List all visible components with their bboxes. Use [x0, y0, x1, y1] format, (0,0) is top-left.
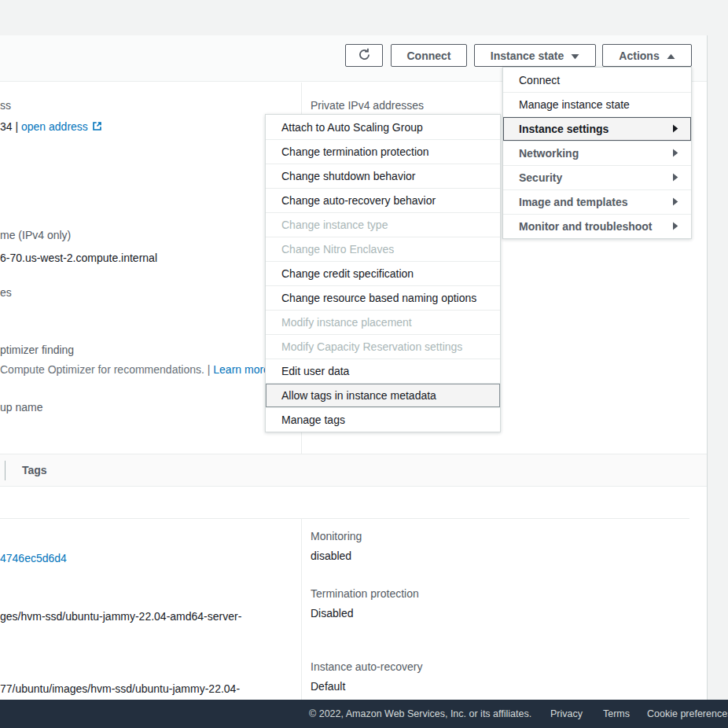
submenu-arrow-icon	[672, 220, 678, 233]
page-top-strip	[0, 0, 728, 35]
submenu-arrow-icon	[672, 147, 678, 160]
footer-cookie-preferences-link[interactable]: Cookie preferences	[647, 708, 728, 719]
submenu-arrow-icon	[672, 123, 678, 135]
submenu-item-change-auto-recovery-behavior[interactable]: Change auto-recovery behavior	[266, 188, 500, 212]
optimizer-text: Compute Optimizer for recommendations. |	[0, 363, 213, 376]
menu-item-label: Modify Capacity Reservation settings	[281, 340, 462, 353]
submenu-item-modify-capacity-reservation-settings: Modify Capacity Reservation settings	[266, 334, 500, 358]
submenu-item-change-termination-protection[interactable]: Change termination protection	[266, 139, 500, 164]
compute-optimizer-finding-label: ptimizer finding	[0, 343, 74, 357]
public-ipv4-address-label: ss	[0, 98, 11, 112]
instance-state-button[interactable]: Instance state	[474, 44, 596, 67]
menu-item-label: Change credit specification	[281, 267, 414, 280]
menu-item-label: Change Nitro Enclaves	[281, 243, 394, 256]
ami-id-link[interactable]: 4746ec5d6d4	[0, 551, 67, 565]
termination-protection-value: Disabled	[311, 606, 353, 620]
menu-item-security[interactable]: Security	[503, 165, 691, 189]
instance-auto-recovery-label: Instance auto-recovery	[311, 660, 422, 674]
menu-item-manage-instance-state[interactable]: Manage instance state	[503, 92, 691, 116]
menu-item-monitor-and-troubleshoot[interactable]: Monitor and troubleshoot	[503, 214, 691, 238]
tab-bar	[0, 454, 707, 487]
menu-item-label: Change instance type	[281, 219, 388, 231]
chevron-up-icon	[667, 50, 675, 62]
group-name-label: up name	[0, 400, 42, 414]
submenu-item-change-instance-type: Change instance type	[266, 212, 500, 237]
submenu-item-edit-user-data[interactable]: Edit user data	[266, 358, 500, 383]
submenu-arrow-icon	[672, 196, 678, 208]
instance-state-button-label: Instance state	[491, 50, 564, 62]
private-ipv4-addresses-label: Private IPv4 addresses	[311, 98, 424, 112]
menu-item-label: Instance settings	[519, 123, 609, 135]
learn-more-link[interactable]: Learn more	[213, 363, 270, 376]
menu-item-label: Change shutdown behavior	[281, 170, 415, 182]
submenu-item-change-nitro-enclaves: Change Nitro Enclaves	[266, 237, 500, 261]
ami-name-value: ges/hvm-ssd/ubuntu-jammy-22.04-amd64-ser…	[0, 609, 241, 623]
monitoring-value: disabled	[311, 549, 351, 563]
private-ip-dns-name-value: 6-70.us-west-2.compute.internal	[0, 251, 157, 265]
ipv6-addresses-label: es	[0, 285, 12, 300]
external-link-icon	[92, 120, 102, 134]
menu-item-label: Modify instance placement	[281, 316, 412, 329]
menu-item-instance-settings[interactable]: Instance settings	[503, 116, 691, 141]
menu-item-label: Manage tags	[281, 414, 345, 426]
chevron-down-icon	[571, 50, 579, 62]
menu-item-label: Manage instance state	[519, 98, 630, 111]
submenu-arrow-icon	[672, 171, 678, 184]
menu-item-label: Image and templates	[519, 196, 628, 208]
instance-auto-recovery-value: Default	[311, 679, 345, 693]
menu-item-networking[interactable]: Networking	[503, 141, 691, 165]
menu-item-label: Change auto-recovery behavior	[281, 194, 436, 207]
page-right-gutter	[707, 35, 728, 700]
menu-item-label: Attach to Auto Scaling Group	[281, 121, 423, 134]
ami-location-value: 77/ubuntu/images/hvm-ssd/ubuntu-jammy-22…	[0, 682, 240, 696]
details-section-top-border	[0, 518, 689, 519]
connect-button[interactable]: Connect	[391, 44, 467, 67]
menu-item-label: Monitor and troubleshoot	[519, 220, 653, 233]
menu-item-label: Change resource based naming options	[281, 292, 476, 304]
submenu-item-change-resource-based-naming-options[interactable]: Change resource based naming options	[266, 285, 500, 310]
public-ipv4-address-value: 34 | open address	[0, 119, 102, 134]
menu-item-label: Edit user data	[281, 365, 349, 377]
menu-item-label: Networking	[519, 147, 579, 160]
actions-button[interactable]: Actions	[602, 44, 692, 67]
submenu-item-attach-to-auto-scaling-group[interactable]: Attach to Auto Scaling Group	[266, 115, 500, 139]
console-footer: © 2022, Amazon Web Services, Inc. or its…	[0, 700, 728, 728]
open-address-link[interactable]: open address	[21, 120, 88, 133]
monitoring-label: Monitoring	[311, 529, 362, 543]
menu-item-label: Security	[519, 171, 562, 184]
private-ip-dns-name-label: me (IPv4 only)	[0, 228, 71, 242]
compute-optimizer-finding-value: Compute Optimizer for recommendations. |…	[0, 362, 270, 377]
refresh-icon	[358, 48, 371, 64]
submenu-item-modify-instance-placement: Modify instance placement	[266, 310, 500, 334]
submenu-item-change-credit-specification[interactable]: Change credit specification	[266, 261, 500, 285]
details-bottom-column-divider	[301, 519, 302, 700]
tab-tags[interactable]: Tags	[22, 464, 47, 476]
footer-terms-link[interactable]: Terms	[603, 708, 630, 719]
submenu-item-change-shutdown-behavior[interactable]: Change shutdown behavior	[266, 164, 500, 188]
footer-privacy-link[interactable]: Privacy	[550, 708, 583, 719]
menu-item-image-and-templates[interactable]: Image and templates	[503, 189, 691, 214]
actions-menu: Connect Manage instance state Instance s…	[502, 67, 692, 239]
refresh-button[interactable]	[345, 44, 383, 67]
submenu-item-manage-tags[interactable]: Manage tags	[266, 407, 500, 432]
menu-item-label: Change termination protection	[281, 145, 429, 158]
submenu-item-allow-tags-in-instance-metadata[interactable]: Allow tags in instance metadata	[266, 383, 500, 407]
ip-fragment: 34 |	[0, 120, 21, 133]
actions-button-label: Actions	[619, 50, 659, 62]
menu-item-connect[interactable]: Connect	[503, 68, 691, 92]
tab-separator	[5, 461, 6, 480]
connect-button-label: Connect	[407, 50, 451, 62]
menu-item-label: Connect	[519, 74, 560, 86]
termination-protection-label: Termination protection	[311, 586, 419, 601]
footer-copyright: © 2022, Amazon Web Services, Inc. or its…	[309, 708, 531, 719]
instance-settings-submenu: Attach to Auto Scaling Group Change term…	[265, 114, 501, 432]
menu-item-label: Allow tags in instance metadata	[281, 389, 436, 402]
